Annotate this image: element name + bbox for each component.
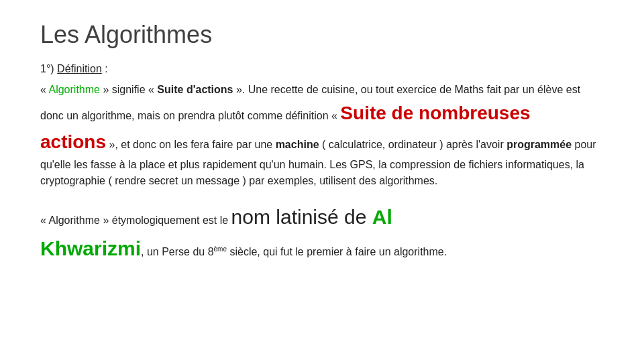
colon: : <box>102 63 108 74</box>
nom-paragraph: « Algorithme » étymologiquement est le n… <box>40 202 604 264</box>
nom-rest2: siècle, qui fut le premier à faire un al… <box>227 246 447 257</box>
nom-intro: « Algorithme » étymologiquement est le <box>40 215 231 226</box>
suite-large-red: Suite de nombreuses <box>340 103 530 123</box>
quote-open: « <box>40 84 48 95</box>
definition-word: Définition <box>57 63 102 74</box>
algorithme-green: Algorithme <box>48 84 99 95</box>
nom-large: nom latinisé de <box>231 206 372 228</box>
nom-rest: , un Perse du 8 <box>141 246 214 257</box>
al-large-green: Al <box>372 206 392 228</box>
section-number: 1°) <box>40 63 57 74</box>
signifie-text: » signifie « <box>100 84 157 95</box>
machine-bold: machine <box>276 139 319 150</box>
eme-superscript: ème <box>214 245 227 252</box>
para2-rest2: ( calculatrice, ordinateur ) après l'avo… <box>319 139 507 150</box>
para2-rest: », et donc on les fera faire par une <box>106 139 276 150</box>
definition-line: 1°) Définition : <box>40 61 604 78</box>
main-content: 1°) Définition : « Algorithme » signifie… <box>40 61 604 264</box>
paragraph-1: « Algorithme » signifie « Suite d'action… <box>40 82 604 190</box>
suite-dactions-bold: Suite d'actions <box>157 84 233 95</box>
programmee-bold: programmée <box>506 139 572 150</box>
actions-large-red: actions <box>40 131 106 152</box>
khwarizmi-green: Khwarizmi <box>40 237 141 259</box>
page-title: Les Algorithmes <box>40 20 604 49</box>
